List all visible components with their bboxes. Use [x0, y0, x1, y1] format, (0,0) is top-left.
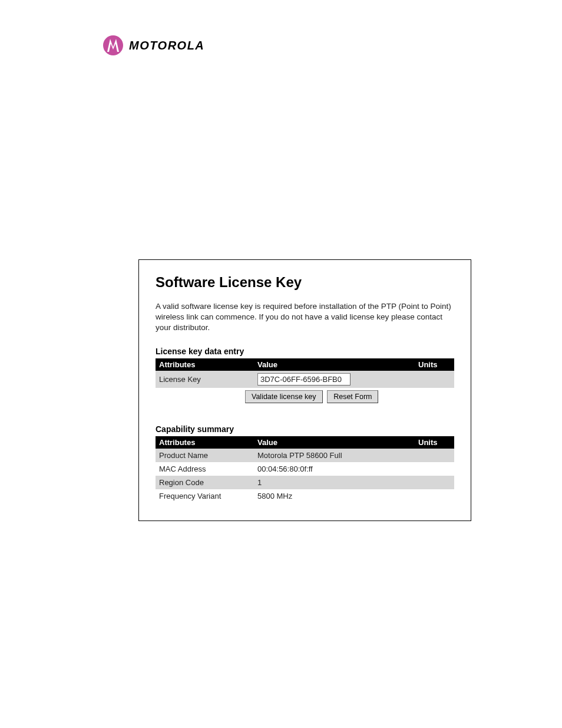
button-cell: Validate license key Reset Form: [156, 388, 454, 406]
value-cell: 5800 MHz: [254, 489, 415, 503]
value-cell: 1: [254, 476, 415, 489]
brand-name: MOTOROLA: [129, 39, 204, 52]
license-key-units: [415, 371, 454, 388]
license-panel: Software License Key A valid software li…: [138, 259, 471, 521]
entry-table: Attributes Value Units License Key Valid…: [156, 358, 454, 406]
header-value: Value: [254, 436, 415, 449]
button-row: Validate license key Reset Form: [156, 388, 454, 406]
motorola-icon: [103, 35, 123, 55]
panel-intro: A valid software license key is required…: [156, 301, 454, 334]
attr-cell: Region Code: [156, 476, 254, 489]
attr-cell: MAC Address: [156, 462, 254, 476]
header-units: Units: [415, 436, 454, 449]
attr-cell: Frequency Variant: [156, 489, 254, 503]
table-row: Region Code 1: [156, 476, 454, 489]
panel-title: Software License Key: [156, 274, 454, 291]
table-row: Frequency Variant 5800 MHz: [156, 489, 454, 503]
table-row: MAC Address 00:04:56:80:0f:ff: [156, 462, 454, 476]
brand-logo: MOTOROLA: [103, 35, 204, 55]
table-header-row: Attributes Value Units: [156, 358, 454, 371]
spacer: [156, 406, 454, 424]
table-row: License Key: [156, 371, 454, 388]
units-cell: [415, 476, 454, 489]
summary-table: Attributes Value Units Product Name Moto…: [156, 436, 454, 503]
entry-heading: License key data entry: [156, 347, 454, 356]
license-key-label: License Key: [156, 371, 254, 388]
units-cell: [415, 449, 454, 462]
table-row: Product Name Motorola PTP 58600 Full: [156, 449, 454, 462]
header-units: Units: [415, 358, 454, 371]
header-attributes: Attributes: [156, 436, 254, 449]
header-value: Value: [254, 358, 415, 371]
license-key-cell: [254, 371, 415, 388]
page: MOTOROLA Software License Key A valid so…: [0, 0, 562, 728]
license-key-input[interactable]: [257, 373, 351, 386]
table-header-row: Attributes Value Units: [156, 436, 454, 449]
validate-button[interactable]: Validate license key: [245, 390, 323, 403]
value-cell: 00:04:56:80:0f:ff: [254, 462, 415, 476]
attr-cell: Product Name: [156, 449, 254, 462]
header-attributes: Attributes: [156, 358, 254, 371]
units-cell: [415, 462, 454, 476]
value-cell: Motorola PTP 58600 Full: [254, 449, 415, 462]
reset-button[interactable]: Reset Form: [327, 390, 378, 403]
summary-heading: Capability summary: [156, 424, 454, 434]
units-cell: [415, 489, 454, 503]
